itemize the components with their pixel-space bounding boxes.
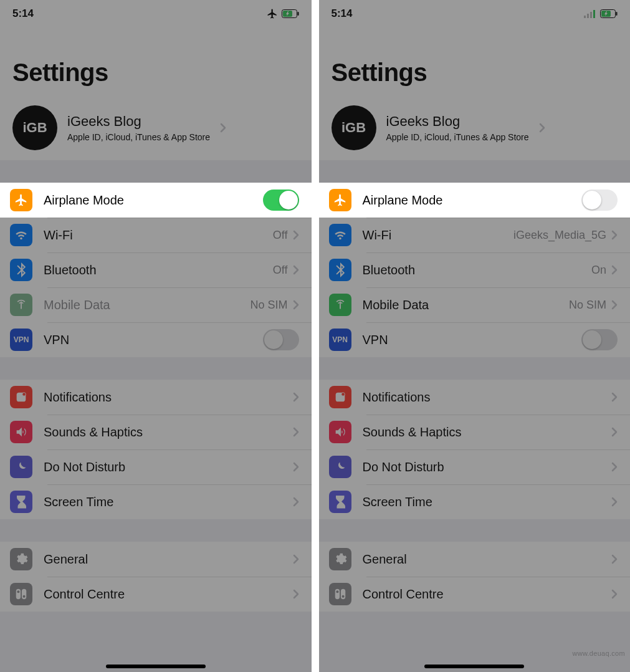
control-centre-label: Control Centre xyxy=(363,587,612,602)
row-airplane-mode[interactable]: Airplane Mode xyxy=(0,183,312,218)
home-indicator[interactable] xyxy=(106,665,206,668)
apple-id-name: iGeeks Blog xyxy=(67,113,210,130)
mobile-data-value: No SIM xyxy=(569,299,606,312)
chevron-right-icon xyxy=(293,462,299,472)
svg-point-17 xyxy=(341,393,345,396)
bluetooth-icon xyxy=(10,259,32,281)
phone-left: 5:14 Settings iGB iGeeks Blog Apple ID, … xyxy=(0,0,315,672)
row-general[interactable]: General xyxy=(0,542,312,577)
row-control-centre[interactable]: Control Centre xyxy=(319,577,631,612)
airplane-toggle[interactable] xyxy=(263,190,299,211)
row-dnd[interactable]: Do Not Disturb xyxy=(0,449,312,484)
page-title: Settings xyxy=(12,59,299,87)
bluetooth-value: Off xyxy=(273,264,288,277)
row-screen-time[interactable]: Screen Time xyxy=(0,484,312,519)
row-mobile-data[interactable]: Mobile Data No SIM xyxy=(319,287,631,322)
chevron-right-icon xyxy=(539,123,545,133)
avatar: iGB xyxy=(332,105,376,150)
cellular-icon xyxy=(10,294,32,316)
status-time: 5:14 xyxy=(332,7,353,20)
svg-rect-7 xyxy=(22,589,26,600)
row-sounds[interactable]: Sounds & Haptics xyxy=(319,415,631,449)
wifi-value: Off xyxy=(273,229,288,242)
title-area: Settings xyxy=(319,27,631,95)
phone-right: 5:14 Settings iGB iGeeks Blog Apple ID, … xyxy=(315,0,631,672)
gear-icon xyxy=(329,548,351,570)
airplane-mode-icon xyxy=(329,189,351,211)
svg-point-19 xyxy=(336,590,338,593)
chevron-right-icon xyxy=(611,265,618,275)
wifi-label: Wi-Fi xyxy=(44,228,273,242)
page-title: Settings xyxy=(332,59,618,87)
control-centre-icon xyxy=(10,583,32,605)
vpn-icon: VPN xyxy=(329,329,351,351)
title-area: Settings xyxy=(0,27,312,95)
cellular-icon xyxy=(329,294,351,316)
sounds-icon xyxy=(329,421,351,443)
control-centre-label: Control Centre xyxy=(44,587,293,602)
svg-point-21 xyxy=(341,595,344,598)
general-label: General xyxy=(363,552,612,567)
row-notifications[interactable]: Notifications xyxy=(319,380,631,415)
wifi-value: iGeeks_Media_5G xyxy=(513,229,606,242)
connectivity-group: Airplane Mode Wi-Fi Off Bluetooth Off Mo… xyxy=(0,183,312,357)
row-bluetooth[interactable]: Bluetooth On xyxy=(319,252,631,287)
notifications-label: Notifications xyxy=(44,390,293,405)
chevron-right-icon xyxy=(611,462,618,472)
row-general[interactable]: General xyxy=(319,542,631,577)
notifications-icon xyxy=(10,386,32,408)
airplane-toggle[interactable] xyxy=(581,190,618,211)
apple-id-row[interactable]: iGB iGeeks Blog Apple ID, iCloud, iTunes… xyxy=(0,95,312,160)
row-vpn[interactable]: VPN VPN xyxy=(319,322,631,357)
apple-id-sub: Apple ID, iCloud, iTunes & App Store xyxy=(67,132,210,142)
airplane-mode-icon xyxy=(10,189,32,211)
row-mobile-data[interactable]: Mobile Data No SIM xyxy=(0,287,312,322)
row-sounds[interactable]: Sounds & Haptics xyxy=(0,415,312,449)
row-screen-time[interactable]: Screen Time xyxy=(319,484,631,519)
wifi-icon xyxy=(329,224,351,246)
status-bar: 5:14 xyxy=(0,0,312,27)
row-wifi[interactable]: Wi-Fi iGeeks_Media_5G xyxy=(319,218,631,252)
home-indicator[interactable] xyxy=(424,665,524,668)
mobile-data-label: Mobile Data xyxy=(44,298,250,312)
vpn-toggle[interactable] xyxy=(581,329,618,350)
moon-icon xyxy=(329,456,351,478)
signal-icon xyxy=(584,9,596,18)
vpn-toggle[interactable] xyxy=(263,329,299,350)
bluetooth-value: On xyxy=(591,264,606,277)
watermark: www.deuaq.com xyxy=(572,650,625,657)
svg-rect-10 xyxy=(587,14,589,18)
battery-charging-icon xyxy=(600,9,618,18)
vpn-label: VPN xyxy=(363,333,582,347)
row-control-centre[interactable]: Control Centre xyxy=(0,577,312,612)
row-airplane-mode[interactable]: Airplane Mode xyxy=(319,183,631,218)
chevron-right-icon xyxy=(611,427,618,437)
airplane-icon xyxy=(267,8,278,19)
svg-rect-5 xyxy=(16,589,21,600)
apple-id-row[interactable]: iGB iGeeks Blog Apple ID, iCloud, iTunes… xyxy=(319,95,631,160)
status-bar: 5:14 xyxy=(319,0,631,27)
row-notifications[interactable]: Notifications xyxy=(0,380,312,415)
hourglass-icon xyxy=(329,491,351,513)
system-group: General Control Centre xyxy=(319,542,631,612)
sounds-icon xyxy=(10,421,32,443)
row-vpn[interactable]: VPN VPN xyxy=(0,322,312,357)
row-wifi[interactable]: Wi-Fi Off xyxy=(0,218,312,252)
row-dnd[interactable]: Do Not Disturb xyxy=(319,449,631,484)
chevron-right-icon xyxy=(293,300,299,310)
vpn-label: VPN xyxy=(44,333,263,347)
chevron-right-icon xyxy=(611,589,618,599)
control-centre-icon xyxy=(329,583,351,605)
wifi-label: Wi-Fi xyxy=(363,228,513,242)
row-bluetooth[interactable]: Bluetooth Off xyxy=(0,252,312,287)
svg-rect-9 xyxy=(584,16,586,18)
chevron-right-icon xyxy=(611,554,618,564)
chevron-right-icon xyxy=(611,497,618,507)
bluetooth-label: Bluetooth xyxy=(44,263,273,277)
chevron-right-icon xyxy=(293,497,299,507)
svg-rect-1 xyxy=(297,12,298,16)
dnd-label: Do Not Disturb xyxy=(44,460,293,474)
chevron-right-icon xyxy=(293,554,299,564)
chevron-right-icon xyxy=(611,300,618,310)
battery-charging-icon xyxy=(282,9,299,18)
